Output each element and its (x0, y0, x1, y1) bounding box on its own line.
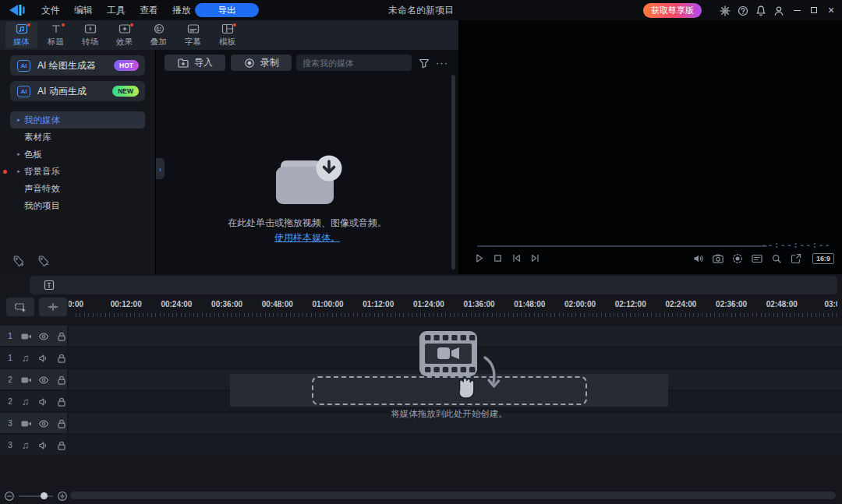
close-button[interactable]: × (823, 0, 839, 20)
ruler-timestamp: 00:36:00 (211, 300, 242, 308)
horizontal-scrollbar[interactable] (70, 492, 836, 499)
trim-tool-button[interactable] (39, 298, 67, 316)
toggle-visibility-icon[interactable] (37, 330, 50, 342)
lock-track-icon[interactable] (55, 351, 67, 364)
menu-play[interactable]: 播放 (165, 0, 198, 20)
track-header-audio-2[interactable]: 2♫ (0, 391, 67, 411)
sidebar-item-stock-media[interactable]: ▸素材库 (10, 129, 145, 146)
transition-icon (84, 23, 97, 35)
notification-dot (27, 23, 30, 26)
menu-file[interactable]: 文件 (34, 0, 67, 20)
account-icon[interactable] (770, 2, 787, 19)
vertical-scrollbar[interactable] (451, 75, 455, 270)
drop-zone[interactable] (312, 376, 587, 405)
volume-icon[interactable] (692, 252, 705, 265)
app-logo-icon (8, 4, 25, 16)
remove-tag-icon[interactable] (37, 255, 51, 268)
zoom-slider-handle[interactable] (41, 492, 48, 499)
previous-frame-button[interactable] (510, 252, 523, 265)
minimize-button[interactable] (789, 0, 805, 20)
sidebar-item-color-boards[interactable]: ▸色板 (10, 146, 145, 163)
menu-tools[interactable]: 工具 (100, 0, 133, 20)
tab-media[interactable]: 媒体 (5, 22, 37, 48)
toggle-visibility-icon[interactable] (37, 373, 50, 386)
tab-overlay[interactable]: 叠加 (143, 22, 175, 48)
ai-animation-generator-button[interactable]: AIAI 动画生成NEW (10, 81, 145, 101)
tab-title[interactable]: 标题 (40, 22, 72, 48)
upgrade-button[interactable]: 获取尊享版 (643, 3, 702, 18)
empty-state-text: 在此处单击或拖放视频、图像或音频。 (156, 217, 458, 230)
media-panel: 导入 录制 ··· 在此处单击或拖放视频、图像或音频。 使用样本媒体。 ‹ (156, 50, 458, 274)
export-button[interactable]: 导出 (195, 3, 259, 17)
maximize-button[interactable] (806, 0, 822, 20)
lock-track-icon[interactable] (55, 373, 67, 386)
collapse-sidebar-button[interactable]: ‹ (156, 158, 165, 179)
import-folder-icon[interactable] (270, 153, 345, 210)
next-frame-button[interactable] (529, 252, 542, 265)
seek-bar[interactable] (477, 245, 767, 247)
aspect-ratio-badge[interactable]: 16:9 (812, 253, 834, 264)
tag-actions (12, 255, 51, 268)
toggle-mute-icon[interactable] (37, 351, 50, 364)
zoom-slider-track[interactable] (19, 495, 53, 497)
notifications-bell-icon[interactable] (752, 2, 769, 19)
notification-dot (130, 23, 133, 26)
sidebar-item-my-media[interactable]: ▸我的媒体 (10, 111, 145, 129)
ruler-timestamp: 01:12:00 (363, 300, 394, 308)
lock-track-icon[interactable] (55, 417, 67, 429)
notification-dot (233, 23, 236, 26)
sidebar-item-my-projects[interactable]: ▸我的项目 (10, 197, 145, 214)
expand-arrow-icon: ▸ (13, 168, 24, 174)
tab-subtitle[interactable]: 字幕 (177, 22, 209, 48)
tab-template[interactable]: 模板 (211, 22, 243, 48)
toggle-mute-icon[interactable] (37, 395, 50, 407)
toggle-mute-icon[interactable] (37, 439, 50, 451)
play-button[interactable] (472, 252, 486, 265)
zoom-out-icon[interactable] (3, 490, 14, 501)
menu-edit[interactable]: 编辑 (67, 0, 100, 20)
timeline-ruler[interactable]: 0:0000:12:0000:24:0000:36:0000:48:0001:0… (69, 298, 837, 318)
track-header-audio-1[interactable]: 1♫ (0, 347, 67, 368)
track-headers: 11♫22♫33♫ (0, 326, 67, 456)
track-header-video-1[interactable]: 1 (0, 326, 67, 346)
menu-view[interactable]: 查看 (133, 0, 165, 20)
notification-dot (62, 23, 65, 26)
sample-media-link[interactable]: 使用样本媒体。 (156, 231, 458, 245)
track-lane-audio-3[interactable] (69, 435, 842, 455)
settings-gear-icon[interactable] (716, 2, 733, 19)
tab-effects[interactable]: 效果 (108, 22, 140, 48)
sidebar-item-background-music[interactable]: ▸背景音乐 (10, 163, 145, 180)
track-header-video-2[interactable]: 2 (0, 369, 67, 389)
tab-transition[interactable]: 转场 (74, 22, 106, 48)
add-tag-icon[interactable] (12, 255, 26, 268)
snapshot-camera-icon[interactable] (712, 252, 724, 265)
manage-tracks-icon[interactable] (43, 279, 55, 291)
ruler-timestamp: 02:48:00 (766, 300, 798, 308)
ruler-timestamp: 00:24:00 (161, 300, 192, 308)
music-note-icon: ♫ (19, 439, 32, 451)
ai-image-generator-button[interactable]: AIAI 绘图生成器HOT (10, 55, 145, 76)
media-empty-state[interactable]: 在此处单击或拖放视频、图像或音频。 使用样本媒体。 (156, 50, 458, 274)
track-header-audio-3[interactable]: 3♫ (0, 435, 67, 455)
lock-track-icon[interactable] (55, 439, 67, 451)
detach-window-icon[interactable] (790, 252, 802, 265)
sidebar: AIAI 绘图生成器HOTAIAI 动画生成NEW ▸我的媒体▸素材库▸色板▸背… (0, 50, 155, 274)
ruler-timestamp: 03:0 (824, 300, 837, 308)
stop-button[interactable] (491, 252, 504, 265)
zoom-in-icon[interactable] (56, 490, 67, 501)
asset-tabbar: 媒体标题转场效果叠加字幕模板 (0, 20, 458, 50)
add-track-button[interactable] (6, 298, 34, 316)
render-preview-icon[interactable] (731, 252, 744, 265)
sidebar-item-sound-effects[interactable]: ▸声音特效 (10, 180, 145, 197)
toggle-visibility-icon[interactable] (37, 417, 50, 429)
preview-tools: 16:9 (692, 252, 834, 265)
help-icon[interactable] (734, 2, 751, 19)
track-header-video-3[interactable]: 3 (0, 413, 67, 433)
ruler-timestamp: 01:36:00 (464, 300, 495, 308)
lock-track-icon[interactable] (55, 395, 67, 407)
video-track-icon (19, 373, 32, 386)
display-settings-icon[interactable] (751, 252, 763, 265)
preview-quality-icon[interactable] (770, 252, 783, 265)
lock-track-icon[interactable] (55, 330, 67, 342)
curved-arrow-icon (482, 355, 502, 396)
